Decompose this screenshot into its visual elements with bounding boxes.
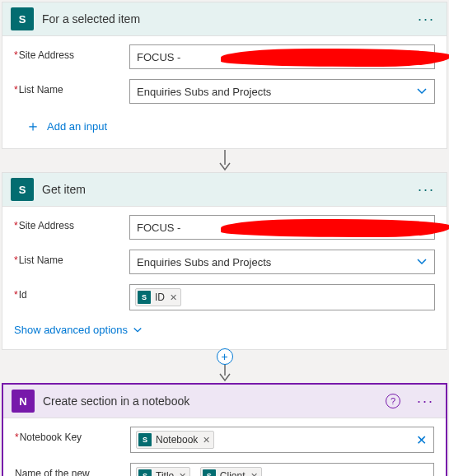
help-button[interactable]: ? <box>386 394 400 408</box>
action-card-selected-item: S For a selected item ··· Site Address F… <box>2 2 447 149</box>
separator: , <box>194 470 197 477</box>
token-remove-button[interactable]: ✕ <box>250 471 258 477</box>
token-id[interactable]: S ID ✕ <box>135 288 181 306</box>
more-menu-button[interactable]: ··· <box>414 393 437 410</box>
chevron-down-icon <box>416 256 428 268</box>
card-header[interactable]: S Get item ··· <box>2 173 447 207</box>
add-input-button[interactable]: ＋ Add an input <box>14 114 109 140</box>
token-label: ID <box>155 292 165 303</box>
id-label: Id <box>14 284 121 301</box>
token-notebook[interactable]: S Notebook ✕ <box>136 431 214 449</box>
list-name-label: List Name <box>14 79 121 96</box>
id-field[interactable]: S ID ✕ <box>129 284 435 310</box>
token-label: Title <box>156 470 174 476</box>
list-name-value: Enquiries Subs and Projects <box>137 256 271 268</box>
flow-connector: + <box>2 350 447 383</box>
action-card-get-item: S Get item ··· Site Address FOCUS - List… <box>2 172 447 350</box>
plus-icon: + <box>221 350 227 363</box>
notebook-key-field[interactable]: S Notebook ✕ ✕ <box>130 427 434 453</box>
card-header[interactable]: S For a selected item ··· <box>2 2 447 36</box>
card-body: Site Address FOCUS - List Name Enquiries… <box>2 36 447 148</box>
section-name-label: Name of the new section <box>15 463 122 476</box>
insert-step-button[interactable]: + <box>217 348 233 365</box>
card-header[interactable]: N Create section in a notebook ? ··· <box>3 385 446 418</box>
more-menu-button[interactable]: ··· <box>414 11 438 28</box>
site-address-value: FOCUS - <box>137 222 180 234</box>
sharepoint-mini-icon: S <box>203 469 216 476</box>
notebook-key-label: Notebook Key <box>15 427 122 443</box>
more-menu-button[interactable]: ··· <box>414 181 438 198</box>
site-address-dropdown[interactable]: FOCUS - <box>129 215 435 240</box>
card-title: Get item <box>42 183 406 196</box>
sharepoint-icon: S <box>11 178 34 201</box>
token-remove-button[interactable]: ✕ <box>170 292 177 303</box>
site-address-dropdown[interactable]: FOCUS - <box>129 44 435 69</box>
card-body: Site Address FOCUS - List Name Enquiries… <box>2 207 447 349</box>
list-name-label: List Name <box>14 250 121 266</box>
token-title[interactable]: S Title ✕ <box>136 467 190 476</box>
clear-field-button[interactable]: ✕ <box>413 432 430 448</box>
arrow-down-icon <box>217 364 233 382</box>
chevron-down-icon <box>416 86 428 97</box>
advanced-options-label: Show advanced options <box>14 324 128 336</box>
list-name-value: Enquiries Subs and Projects <box>137 86 271 98</box>
list-name-dropdown[interactable]: Enquiries Subs and Projects <box>129 79 435 104</box>
onenote-icon: N <box>12 390 35 413</box>
add-input-label: Add an input <box>47 120 107 133</box>
card-title: For a selected item <box>42 12 406 26</box>
sharepoint-mini-icon: S <box>138 433 152 446</box>
site-address-value: FOCUS - <box>137 51 180 63</box>
sharepoint-mini-icon: S <box>138 291 151 304</box>
token-remove-button[interactable]: ✕ <box>179 471 186 477</box>
show-advanced-options-button[interactable]: Show advanced options <box>14 320 144 341</box>
site-address-label: Site Address <box>14 215 121 231</box>
plus-icon: ＋ <box>26 119 40 133</box>
list-name-dropdown[interactable]: Enquiries Subs and Projects <box>129 250 435 274</box>
redacted-content <box>221 219 449 237</box>
action-card-create-section: N Create section in a notebook ? ··· Not… <box>2 383 447 476</box>
arrow-down-icon <box>217 150 233 171</box>
section-name-field[interactable]: S Title ✕ , S Client ✕ <box>130 463 434 476</box>
card-title: Create section in a notebook <box>43 394 377 408</box>
sharepoint-icon: S <box>11 7 34 30</box>
flow-connector <box>2 149 447 172</box>
redacted-content <box>221 49 449 67</box>
sharepoint-mini-icon: S <box>138 469 152 476</box>
card-body: Notebook Key S Notebook ✕ ✕ Name of the … <box>3 418 446 476</box>
token-client[interactable]: S Client ✕ <box>200 467 262 476</box>
token-label: Client <box>220 470 246 476</box>
token-label: Notebook <box>156 434 198 446</box>
token-remove-button[interactable]: ✕ <box>203 435 210 446</box>
chevron-down-icon <box>133 325 143 335</box>
site-address-label: Site Address <box>14 44 121 61</box>
